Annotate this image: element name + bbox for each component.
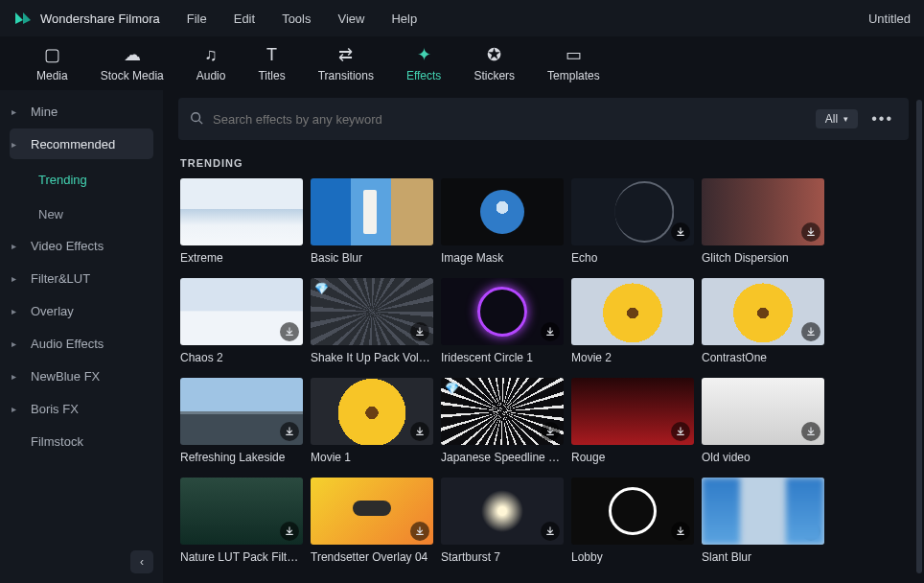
tab-stickers[interactable]: ✪Stickers <box>474 44 515 82</box>
download-icon[interactable] <box>801 322 820 341</box>
tab-titles[interactable]: TTitles <box>258 44 285 82</box>
sidebar-item-video-effects[interactable]: ▸Video Effects <box>10 230 153 261</box>
effect-card[interactable]: Extreme <box>180 178 303 265</box>
effect-thumbnail[interactable] <box>441 478 564 545</box>
menu-help[interactable]: Help <box>391 12 417 26</box>
effect-thumbnail[interactable] <box>702 478 824 545</box>
effect-thumbnail[interactable] <box>441 178 564 245</box>
effect-thumbnail[interactable] <box>571 478 694 545</box>
effect-card[interactable]: Refreshing Lakeside <box>180 378 303 464</box>
effect-thumbnail[interactable] <box>571 378 694 445</box>
effect-card[interactable]: ContrastOne <box>702 278 824 364</box>
effect-thumbnail[interactable] <box>702 278 824 345</box>
effect-card[interactable]: Movie 2 <box>571 278 694 364</box>
effect-thumbnail[interactable]: 💎 <box>441 378 564 445</box>
download-icon[interactable] <box>541 422 560 441</box>
effect-thumbnail[interactable] <box>702 178 824 245</box>
tab-transitions[interactable]: ⇄Transitions <box>318 44 374 82</box>
sidebar-item-audio-effects[interactable]: ▸Audio Effects <box>10 328 153 359</box>
download-icon[interactable] <box>801 422 820 441</box>
download-icon[interactable] <box>671 222 690 242</box>
download-icon[interactable] <box>801 522 820 541</box>
search-input[interactable] <box>213 112 806 127</box>
svg-point-2 <box>192 112 200 121</box>
effect-card[interactable]: Iridescent Circle 1 <box>441 278 564 364</box>
effect-card[interactable]: Basic Blur <box>311 178 433 265</box>
effect-card[interactable]: Trendsetter Overlay 04 <box>311 478 433 564</box>
effect-card[interactable]: Image Mask <box>441 178 564 265</box>
download-icon[interactable] <box>541 322 560 341</box>
download-icon[interactable] <box>671 422 690 441</box>
sidebar-item-recommended[interactable]: ▸Recommended <box>10 128 153 159</box>
effect-card[interactable]: 💎Shake It Up Pack Vol2 … <box>311 278 433 364</box>
effect-thumbnail[interactable] <box>180 378 303 445</box>
download-icon[interactable] <box>671 522 690 541</box>
sidebar-item-newblue-fx[interactable]: ▸NewBlue FX <box>10 361 153 391</box>
effect-thumbnail[interactable] <box>702 378 824 445</box>
tab-effects[interactable]: ✦Effects <box>406 44 441 82</box>
filter-dropdown[interactable]: All ▾ <box>816 109 858 128</box>
tab-templates[interactable]: ▭Templates <box>547 44 600 82</box>
effect-card[interactable]: Rouge <box>571 378 694 464</box>
download-icon[interactable] <box>801 222 820 242</box>
effect-card[interactable]: Slant Blur <box>702 478 824 564</box>
effect-thumbnail[interactable] <box>311 178 433 245</box>
effects-grid-wrap[interactable]: ExtremeBasic BlurImage MaskEchoGlitch Di… <box>163 178 924 583</box>
effect-card[interactable]: Startburst 7 <box>441 478 564 564</box>
effect-thumbnail[interactable] <box>441 278 564 345</box>
menu-tools[interactable]: Tools <box>282 12 311 26</box>
menu-file[interactable]: File <box>187 12 207 26</box>
sidebar-item-label: Boris FX <box>31 402 79 416</box>
search-bar: All ▾ ••• <box>178 98 909 140</box>
sidebar-subitem-trending[interactable]: Trending <box>10 165 153 194</box>
effect-thumbnail[interactable]: 💎 <box>311 278 433 345</box>
download-icon[interactable] <box>541 522 560 541</box>
effect-thumbnail[interactable] <box>311 378 433 445</box>
sidebar-subitem-new[interactable]: New <box>10 199 153 228</box>
effect-thumbnail[interactable] <box>571 178 694 245</box>
effect-name: Movie 2 <box>571 351 694 364</box>
effect-card[interactable]: Echo <box>571 178 694 265</box>
download-icon[interactable] <box>410 322 429 341</box>
sidebar-item-label: Video Effects <box>31 239 104 253</box>
sidebar-item-mine[interactable]: ▸Mine <box>10 96 153 127</box>
effect-name: Refreshing Lakeside <box>180 451 303 464</box>
effect-card[interactable]: Nature LUT Pack Filter… <box>180 478 303 564</box>
download-icon[interactable] <box>410 422 429 441</box>
effect-thumbnail[interactable] <box>311 478 433 545</box>
sidebar-item-overlay[interactable]: ▸Overlay <box>10 295 153 326</box>
effect-thumbnail[interactable] <box>180 478 303 545</box>
effect-name: Basic Blur <box>311 251 433 265</box>
swap-icon: ⇄ <box>335 44 357 65</box>
effect-card[interactable]: Lobby <box>571 478 694 564</box>
effect-card[interactable]: Glitch Dispersion <box>702 178 824 265</box>
effect-name: Lobby <box>571 550 694 564</box>
sidebar-item-label: Recommended <box>31 137 115 152</box>
menu-edit[interactable]: Edit <box>234 12 255 26</box>
menu-view[interactable]: View <box>337 12 364 26</box>
effect-card[interactable]: Chaos 2 <box>180 278 303 364</box>
effect-card[interactable]: 💎Japanese Speedline Pa… <box>441 378 564 464</box>
sticker-icon: ✪ <box>484 44 505 65</box>
sidebar-collapse-button[interactable]: ‹ <box>130 550 153 573</box>
effect-thumbnail[interactable] <box>180 278 303 345</box>
download-icon[interactable] <box>280 522 299 541</box>
download-icon[interactable] <box>280 322 299 341</box>
sidebar-item-filmstock[interactable]: Filmstock <box>10 426 153 456</box>
cloud-icon: ☁ <box>122 44 143 65</box>
download-icon[interactable] <box>410 522 429 541</box>
effect-card[interactable]: Movie 1 <box>311 378 433 464</box>
more-button[interactable]: ••• <box>867 110 897 128</box>
sidebar-item-boris-fx[interactable]: ▸Boris FX <box>10 393 153 424</box>
tab-audio[interactable]: ♫Audio <box>196 44 226 82</box>
filter-label: All <box>825 112 838 126</box>
chevron-left-icon: ‹ <box>140 555 144 569</box>
effect-card[interactable]: Old video <box>702 378 824 464</box>
tab-stock-media[interactable]: ☁Stock Media <box>101 44 164 82</box>
effect-thumbnail[interactable] <box>571 278 694 345</box>
download-icon[interactable] <box>280 422 299 441</box>
effect-thumbnail[interactable] <box>180 178 303 245</box>
sidebar-item-filter-lut[interactable]: ▸Filter&LUT <box>10 263 153 293</box>
tab-media[interactable]: ▢Media <box>36 44 68 82</box>
scrollbar[interactable] <box>916 100 922 573</box>
